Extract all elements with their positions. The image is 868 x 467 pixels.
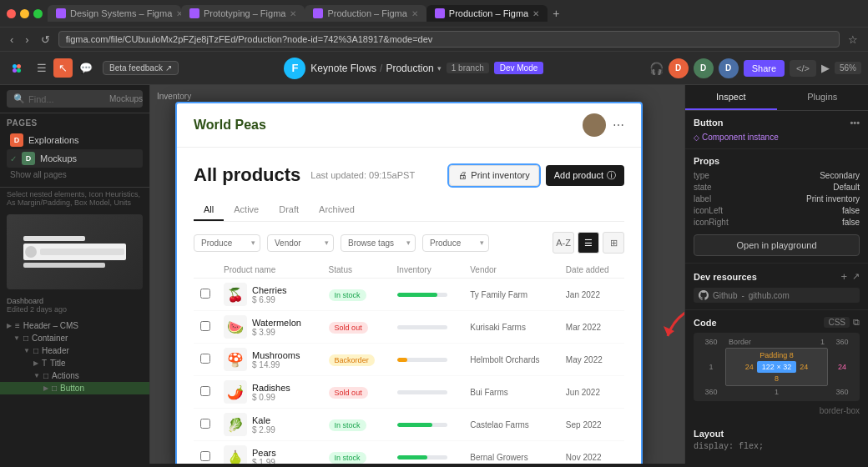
tab-close-3[interactable]: ✕ (411, 9, 418, 18)
zoom-level[interactable]: 56% (835, 62, 861, 74)
add-product-label: Add product (554, 170, 603, 180)
sort-grid-button[interactable]: ⊞ (603, 232, 624, 254)
component-instance-link[interactable]: ◇ Component instance (694, 133, 860, 142)
layer-label-3: Title (50, 359, 66, 368)
github-link[interactable]: Github - github.com (694, 288, 860, 303)
sort-az-button[interactable]: A-Z (553, 232, 574, 254)
branch-badge[interactable]: 1 branch (447, 63, 489, 73)
col-checkbox (194, 262, 217, 279)
layer-label-4: Actions (52, 371, 79, 380)
row-checkbox-5[interactable] (194, 441, 217, 464)
sort-list-button[interactable]: ☰ (578, 232, 599, 254)
expand-icon-title: ▶ (33, 359, 38, 367)
dropdown-icon[interactable]: ▾ (437, 64, 442, 73)
play-button[interactable]: ▶ (821, 62, 830, 74)
code-section: Code CSS ⧉ 360 Border 1 360 1 (685, 310, 868, 422)
produce-filter[interactable]: Produce (194, 234, 260, 252)
row-checkbox-1[interactable] (194, 311, 217, 344)
close-button[interactable] (7, 9, 16, 18)
code-lang-badge[interactable]: CSS (824, 317, 850, 328)
breadcrumb-project[interactable]: Keynote Flows (310, 63, 376, 74)
vendor-filter[interactable]: Vendor (267, 234, 334, 252)
layer-header[interactable]: ▼ □ Header (0, 344, 149, 357)
more-options-icon[interactable]: ••• (850, 118, 860, 128)
tab-all[interactable]: All (194, 199, 224, 221)
bm-border-left-label: 360 (699, 338, 724, 346)
add-resource-button[interactable]: + (840, 270, 847, 283)
button-section-header: Button ••• (694, 118, 860, 128)
bm-border-label: Border (729, 338, 751, 346)
menu-tool-button[interactable]: ☰ (32, 58, 52, 78)
product-emoji-4: 🥬 (224, 413, 247, 436)
tab-draft[interactable]: Draft (269, 199, 309, 221)
new-tab-button[interactable]: + (548, 7, 564, 20)
product-name-3: Radishes (252, 383, 290, 393)
tab-label-4: Production – Figma (449, 8, 528, 18)
props-label: Props (694, 156, 719, 166)
figma-logo[interactable] (7, 58, 27, 78)
reload-button[interactable]: ↺ (38, 32, 53, 48)
layer-header-cms[interactable]: ▶ ≡ Header – CMS (0, 319, 149, 332)
minimize-button[interactable] (20, 9, 29, 18)
tab-close-1[interactable]: ✕ (176, 9, 181, 18)
url-bar[interactable]: figma.com/file/CUbuuloMx2pFZje8jTzFEd/Pr… (58, 31, 840, 48)
page-item-explorations[interactable]: D Explorations (7, 131, 143, 149)
breadcrumb-page[interactable]: Production (386, 63, 433, 74)
layer-container[interactable]: ▼ □ Container (0, 332, 149, 344)
layer-button-selected[interactable]: ▶ □ Button (0, 382, 149, 394)
tab-close-4[interactable]: ✕ (532, 9, 539, 18)
tags-filter[interactable]: Browse tags (341, 234, 416, 252)
comment-tool-button[interactable]: 💬 (74, 58, 98, 78)
show-all-pages-link[interactable]: Show all pages (7, 168, 143, 182)
print-inventory-button[interactable]: 🖨 Print inventory (449, 165, 538, 186)
products-tabs: All Active Draft Archived (194, 199, 624, 222)
back-button[interactable]: ‹ (7, 32, 17, 48)
bookmark-button[interactable]: ☆ (845, 32, 861, 48)
tab-plugins[interactable]: Plugins (777, 85, 869, 110)
prop-label-key: label (694, 194, 711, 203)
tab-inspect[interactable]: Inspect (685, 85, 777, 110)
dev-mode-badge[interactable]: Dev Mode (494, 62, 544, 74)
tab-close-2[interactable]: ✕ (290, 9, 296, 18)
fullscreen-button[interactable] (33, 9, 43, 18)
share-button[interactable]: Share (744, 60, 785, 77)
code-copy-icon[interactable]: ⧉ (853, 317, 860, 328)
layer-actions[interactable]: ▼ □ Actions (0, 369, 149, 382)
row-product-3: 🌶️ Radishes $ 0.99 (217, 376, 322, 409)
browser-tab-4[interactable]: Production – Figma ✕ (426, 5, 548, 22)
code-toggle-button[interactable]: </> (790, 60, 816, 77)
browser-tab-2[interactable]: Prototyping – Figma ✕ (181, 5, 305, 22)
right-panel: Inspect Plugins Button ••• ◇ Component i… (684, 85, 868, 464)
browser-chrome: Design Systems – Figma ✕ Prototyping – F… (0, 0, 868, 28)
layout-section: Layout display: flex; (685, 422, 868, 458)
row-date-2: May 2022 (559, 344, 624, 376)
browser-tab-1[interactable]: Design Systems – Figma ✕ (48, 5, 181, 22)
produce2-filter[interactable]: Produce (422, 234, 489, 252)
cursor-tool-button[interactable]: ↖ (53, 58, 73, 78)
row-checkbox-0[interactable] (194, 279, 217, 311)
page-item-mockups[interactable]: ✓ D Mockups (7, 149, 143, 168)
tab-active[interactable]: Active (224, 199, 269, 221)
tab-archived[interactable]: Archived (309, 199, 365, 221)
products-table: Product name Status Inventory Vendor Dat… (194, 262, 624, 464)
product-price-1: $ 3.99 (252, 328, 301, 337)
add-product-button[interactable]: Add product ⓘ (546, 165, 624, 186)
row-checkbox-3[interactable] (194, 376, 217, 409)
row-checkbox-4[interactable] (194, 409, 217, 441)
row-checkbox-2[interactable] (194, 344, 217, 376)
check-icon: ✓ (10, 154, 17, 163)
produce2-filter-wrap: Produce (422, 234, 489, 252)
layer-type-icon-actions: □ (43, 371, 48, 380)
bm-padding-right: 24 (800, 363, 808, 371)
link-icon[interactable]: ↗ (852, 271, 860, 282)
layer-title[interactable]: ▶ T Title (0, 357, 149, 369)
product-emoji-0: 🍒 (224, 283, 247, 306)
layer-type-icon-title: T (42, 359, 47, 368)
forward-button[interactable]: › (22, 32, 32, 48)
printer-icon: 🖨 (458, 170, 467, 180)
beta-feedback-badge[interactable]: Beta feedback ↗ (103, 61, 179, 75)
browser-tab-3[interactable]: Production – Figma ✕ (305, 5, 426, 22)
menu-icon[interactable]: ⋯ (613, 118, 624, 132)
row-vendor-4: Castelao Farms (463, 409, 559, 441)
open-playground-button[interactable]: Open in playground (694, 234, 860, 256)
